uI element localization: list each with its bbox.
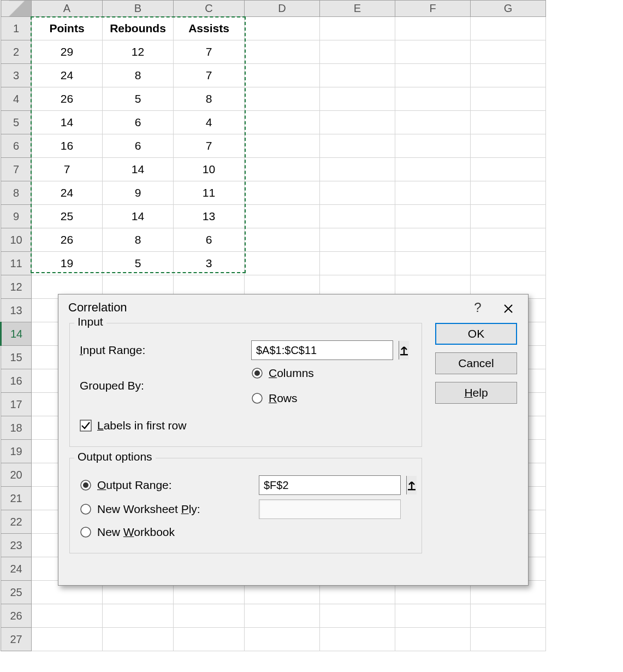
cell[interactable] xyxy=(245,134,320,158)
cell[interactable]: 24 xyxy=(32,64,103,87)
output-range-field[interactable] xyxy=(259,476,406,494)
column-header[interactable]: C xyxy=(174,1,245,17)
cell[interactable] xyxy=(395,17,471,40)
row-header[interactable]: 14 xyxy=(1,322,32,346)
cell[interactable] xyxy=(471,228,546,252)
column-header[interactable]: B xyxy=(103,1,174,17)
cell[interactable]: 7 xyxy=(174,64,245,87)
cell[interactable] xyxy=(471,17,546,40)
row-header[interactable]: 12 xyxy=(1,275,32,299)
collapse-dialog-icon[interactable] xyxy=(406,476,417,494)
cell[interactable]: 8 xyxy=(103,64,174,87)
column-header[interactable]: E xyxy=(320,1,395,17)
row-header[interactable]: 25 xyxy=(1,581,32,604)
cell[interactable] xyxy=(174,628,245,651)
cell[interactable] xyxy=(245,87,320,111)
cell[interactable] xyxy=(245,64,320,87)
cell[interactable]: Rebounds xyxy=(103,17,174,40)
cell[interactable]: 12 xyxy=(103,40,174,64)
input-range-refedit[interactable] xyxy=(251,340,393,360)
cell[interactable] xyxy=(320,181,395,205)
cell[interactable]: 14 xyxy=(32,111,103,134)
row-header[interactable]: 6 xyxy=(1,134,32,158)
cell[interactable] xyxy=(103,628,174,651)
row-header[interactable]: 5 xyxy=(1,111,32,134)
cell[interactable]: 3 xyxy=(174,252,245,275)
cell[interactable]: 29 xyxy=(32,40,103,64)
row-header[interactable]: 24 xyxy=(1,557,32,581)
labels-first-row-checkbox[interactable]: Labels in first row xyxy=(80,415,412,437)
cell[interactable] xyxy=(471,111,546,134)
row-header[interactable]: 17 xyxy=(1,393,32,416)
cell[interactable]: 8 xyxy=(174,87,245,111)
cell[interactable] xyxy=(395,228,471,252)
cell[interactable]: 7 xyxy=(32,158,103,181)
cell[interactable] xyxy=(245,252,320,275)
cell[interactable] xyxy=(320,64,395,87)
cell[interactable] xyxy=(320,40,395,64)
cell[interactable]: 19 xyxy=(32,252,103,275)
row-header[interactable]: 27 xyxy=(1,628,32,651)
cell[interactable] xyxy=(245,205,320,228)
cell[interactable]: Points xyxy=(32,17,103,40)
cell[interactable] xyxy=(245,628,320,651)
cell[interactable] xyxy=(245,604,320,628)
cell[interactable] xyxy=(395,134,471,158)
cell[interactable] xyxy=(320,205,395,228)
cell[interactable] xyxy=(471,252,546,275)
select-all-corner[interactable] xyxy=(1,1,32,17)
cell[interactable] xyxy=(471,64,546,87)
new-worksheet-option[interactable]: New Worksheet Ply: xyxy=(80,498,251,520)
cell[interactable]: 6 xyxy=(103,134,174,158)
cell[interactable]: 5 xyxy=(103,252,174,275)
cell[interactable] xyxy=(320,604,395,628)
cell[interactable]: 9 xyxy=(103,181,174,205)
row-header[interactable]: 18 xyxy=(1,416,32,440)
cell[interactable]: 7 xyxy=(174,40,245,64)
cell[interactable] xyxy=(395,181,471,205)
dialog-titlebar[interactable]: Correlation ? xyxy=(58,294,528,321)
cell[interactable] xyxy=(471,134,546,158)
cell[interactable] xyxy=(174,604,245,628)
collapse-dialog-icon[interactable] xyxy=(399,341,409,359)
cell[interactable] xyxy=(245,181,320,205)
cell[interactable] xyxy=(245,17,320,40)
cell[interactable]: 10 xyxy=(174,158,245,181)
row-header[interactable]: 19 xyxy=(1,440,32,463)
cell[interactable] xyxy=(471,40,546,64)
row-header[interactable]: 1 xyxy=(1,17,32,40)
cell[interactable] xyxy=(245,228,320,252)
row-header[interactable]: 13 xyxy=(1,299,32,322)
cell[interactable]: Assists xyxy=(174,17,245,40)
row-header[interactable]: 8 xyxy=(1,181,32,205)
cell[interactable]: 7 xyxy=(174,134,245,158)
cell[interactable]: 6 xyxy=(174,228,245,252)
cell[interactable] xyxy=(471,604,546,628)
cell[interactable] xyxy=(471,628,546,651)
row-header[interactable]: 20 xyxy=(1,463,32,487)
cell[interactable] xyxy=(395,40,471,64)
cell[interactable]: 24 xyxy=(32,181,103,205)
cell[interactable] xyxy=(471,87,546,111)
row-header[interactable]: 22 xyxy=(1,510,32,534)
cell[interactable]: 26 xyxy=(32,228,103,252)
help-button[interactable]: Help xyxy=(435,382,517,404)
row-header[interactable]: 15 xyxy=(1,346,32,369)
cell[interactable] xyxy=(471,205,546,228)
cell[interactable] xyxy=(320,228,395,252)
cell[interactable]: 4 xyxy=(174,111,245,134)
row-header[interactable]: 23 xyxy=(1,534,32,557)
cell[interactable]: 5 xyxy=(103,87,174,111)
cell[interactable] xyxy=(103,604,174,628)
column-header[interactable]: D xyxy=(245,1,320,17)
cell[interactable] xyxy=(395,87,471,111)
row-header[interactable]: 11 xyxy=(1,252,32,275)
row-header[interactable]: 3 xyxy=(1,64,32,87)
cell[interactable] xyxy=(245,111,320,134)
cell[interactable]: 26 xyxy=(32,87,103,111)
cell[interactable] xyxy=(395,64,471,87)
cell[interactable]: 14 xyxy=(103,205,174,228)
row-header[interactable]: 2 xyxy=(1,40,32,64)
output-range-option[interactable]: Output Range: xyxy=(80,474,251,496)
cell[interactable] xyxy=(320,158,395,181)
